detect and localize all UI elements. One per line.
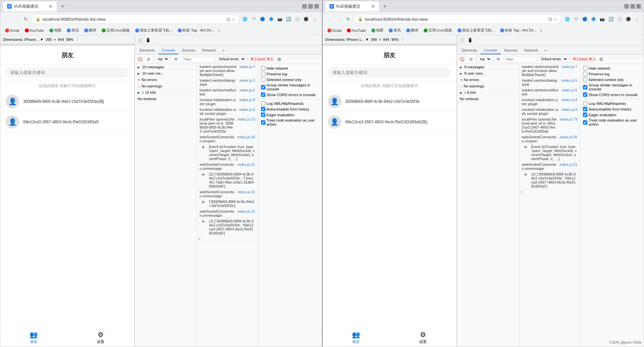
left-address-input[interactable]: 🔒 localhost:8080/#/friends-list-view ⊡ ☆ bbox=[31, 14, 240, 24]
left-dt-tab-sources[interactable]: Sources bbox=[178, 47, 199, 54]
left-reload-button[interactable]: ↻ bbox=[22, 15, 30, 23]
left-minimize-button[interactable]: — bbox=[302, 4, 307, 9]
right-cast-icon[interactable]: ⊡ bbox=[548, 17, 552, 22]
left-log-src-0[interactable]: index.js:7 bbox=[239, 65, 255, 69]
right-ext2-icon[interactable]: 🔵 bbox=[581, 15, 589, 23]
right-friend-item-0[interactable]: 👤 30088b69-880f-4c3b-94e2-c5d7e3e55f3e bbox=[323, 91, 457, 112]
left-log-src-2[interactable]: index.js:5 bbox=[239, 88, 255, 92]
left-dt-default-levels[interactable]: Default levels bbox=[216, 56, 246, 62]
left-opt-show-cors-check[interactable] bbox=[261, 92, 265, 97]
left-opt-log-xml-check[interactable] bbox=[261, 101, 265, 106]
right-log-src-0[interactable]: index.js:7 bbox=[562, 65, 577, 69]
left-nav-settings[interactable]: ⚙ 设置 bbox=[67, 328, 135, 347]
left-dt-device-btn[interactable]: 📱 bbox=[144, 37, 152, 44]
left-friend-item-1[interactable]: 👤 69e12ca3-2667-4803-9ecb-f5e0182d93a5 bbox=[0, 112, 134, 132]
left-dt-filter-input[interactable] bbox=[181, 56, 215, 62]
left-search-input[interactable] bbox=[6, 68, 129, 77]
right-log-expand-6[interactable]: ▶ bbox=[525, 145, 527, 149]
left-msg-item-1[interactable]: ▶ 10 user me... bbox=[135, 70, 197, 77]
left-menu-icon[interactable]: ⋮ bbox=[311, 15, 319, 23]
left-ext6-icon[interactable]: ⬜ bbox=[293, 15, 302, 23]
left-translate-icon[interactable]: 🌐 bbox=[241, 15, 249, 23]
left-dt-inspect-btn[interactable]: ⬜ bbox=[136, 37, 144, 44]
right-search-input[interactable] bbox=[328, 68, 451, 77]
right-msg-item-1[interactable]: ▶ 8 user mes... bbox=[457, 70, 519, 77]
right-bookmark-gmail[interactable]: Gmail bbox=[325, 28, 344, 33]
right-bookmark-maps[interactable]: 地图 bbox=[369, 27, 385, 33]
right-dt-tab-network[interactable]: Network bbox=[521, 47, 541, 54]
right-dimensions-more[interactable]: ⋮ bbox=[401, 37, 405, 42]
right-dt-default-levels[interactable]: Default levels bbox=[538, 56, 568, 62]
right-ext5-icon[interactable]: 🔄 bbox=[607, 15, 615, 23]
left-log-src-1[interactable]: index.js:5 bbox=[239, 78, 255, 82]
left-opt-group-similar[interactable]: Group similar messages in console bbox=[261, 83, 319, 91]
left-opt-eager-check[interactable] bbox=[261, 113, 265, 117]
right-nav-settings[interactable]: ⚙ 设置 bbox=[389, 328, 457, 347]
right-translate-icon[interactable]: 🌐 bbox=[563, 15, 571, 23]
left-ext2-icon[interactable]: 🔵 bbox=[259, 15, 267, 23]
right-log-arrow[interactable]: > bbox=[519, 189, 580, 195]
left-opt-selected-context[interactable]: Selected context only bbox=[261, 77, 319, 82]
left-log-src-6[interactable]: index.js:35 bbox=[237, 135, 255, 139]
right-dimensions-dropdown[interactable]: ▼ bbox=[365, 38, 369, 42]
right-opt-show-cors[interactable]: Show CORS errors in console bbox=[583, 92, 641, 97]
right-opt-group-similar[interactable]: Group similar messages in console bbox=[583, 83, 641, 91]
left-bookmark-maps[interactable]: 地图 bbox=[47, 27, 63, 33]
right-bookmark-youtube[interactable]: YouTube bbox=[345, 28, 368, 33]
right-dt-eye-btn[interactable]: 👁 bbox=[495, 56, 502, 63]
right-msg-item-0[interactable]: ▶ 8 messages bbox=[457, 64, 519, 70]
right-opt-hide-network[interactable]: Hide network bbox=[583, 66, 641, 70]
right-bookmark-friends[interactable]: 朋友之家客器飞机... bbox=[455, 27, 497, 33]
right-nav-friends[interactable]: 👥 朋友 bbox=[323, 328, 390, 347]
left-dt-clear-btn[interactable]: 🚫 bbox=[136, 56, 144, 63]
right-ext4-icon[interactable]: 📷 bbox=[598, 15, 606, 23]
left-opt-autocomplete-check[interactable] bbox=[261, 107, 265, 111]
left-bookmark-news[interactable]: 资讯 bbox=[65, 27, 81, 33]
left-dimensions-more[interactable]: ⋮ bbox=[75, 37, 79, 42]
right-dt-tab-sources[interactable]: Sources bbox=[501, 47, 521, 54]
right-opt-preserve-log[interactable]: Preserve log bbox=[583, 72, 641, 76]
left-profile-icon[interactable]: ⚫ bbox=[302, 15, 310, 23]
right-opt-eager-check[interactable] bbox=[583, 113, 587, 117]
left-log-src-3[interactable]: index.js:8 bbox=[239, 98, 255, 102]
right-friend-item-1[interactable]: 👤 69e12ca3-2667-4803-9ecb-f5e0182d93a5(我… bbox=[323, 112, 457, 132]
left-dt-tab-network[interactable]: Network bbox=[199, 47, 219, 54]
right-back-button[interactable]: ← bbox=[325, 15, 333, 23]
right-opt-group-similar-check[interactable] bbox=[583, 85, 587, 89]
right-dt-settings-btn[interactable]: ⚙ bbox=[598, 56, 605, 63]
left-opt-show-cors[interactable]: Show CORS errors in console bbox=[261, 92, 319, 97]
right-dt-inspect-btn[interactable]: ⬜ bbox=[459, 37, 466, 44]
right-log-src-1[interactable]: index.js:5 bbox=[562, 78, 577, 82]
left-bookmark-youtube[interactable]: YouTube bbox=[23, 28, 46, 33]
left-opt-treat-user[interactable]: Treat code evaluation as user action bbox=[261, 118, 319, 126]
right-log-expand-7[interactable]: ▶ bbox=[525, 172, 527, 177]
right-opt-log-xml[interactable]: Log XMLHttpRequests bbox=[583, 101, 641, 106]
left-cast-icon[interactable]: ⊡ bbox=[226, 17, 230, 22]
left-bookmark-friends[interactable]: 朋友之家客器飞机... bbox=[133, 27, 174, 33]
right-opt-show-cors-check[interactable] bbox=[583, 92, 587, 97]
left-dt-level-select[interactable]: top bbox=[155, 56, 169, 62]
right-close-button[interactable]: ✕ bbox=[636, 4, 641, 9]
left-log-src-4[interactable]: index.js:9 bbox=[239, 108, 255, 112]
right-opt-selected-context[interactable]: Selected context only bbox=[583, 77, 641, 82]
left-opt-preserve-log[interactable]: Preserve log bbox=[261, 72, 319, 76]
left-opt-selected-context-check[interactable] bbox=[261, 77, 265, 82]
right-msg-item-5[interactable]: No verbose bbox=[457, 96, 519, 102]
left-opt-treat-user-check[interactable] bbox=[261, 120, 265, 125]
right-opt-autocomplete-check[interactable] bbox=[583, 107, 587, 111]
right-opt-eager[interactable]: Eager evaluation bbox=[583, 113, 641, 117]
right-dt-tab-console[interactable]: Console bbox=[480, 47, 500, 54]
right-ext1-icon[interactable]: 🛡 bbox=[572, 15, 580, 23]
left-opt-log-xml[interactable]: Log XMLHttpRequests bbox=[261, 101, 319, 106]
right-address-input[interactable]: 🔒 localhost:8080/#/friends-list-view ⊡ ☆ bbox=[354, 14, 562, 24]
right-opt-treat-user[interactable]: Treat code evaluation as user action bbox=[583, 118, 641, 126]
right-dt-filter-btn[interactable]: ⊘ bbox=[467, 56, 475, 63]
left-tab-close[interactable]: ✕ bbox=[49, 4, 53, 9]
right-reload-button[interactable]: ↻ bbox=[344, 15, 352, 23]
left-msg-item-4[interactable]: ▶ ℹ 10 info bbox=[135, 89, 197, 96]
left-dimensions-dropdown[interactable]: ▼ bbox=[40, 38, 44, 42]
left-log-arrow[interactable]: > bbox=[197, 236, 258, 242]
right-dt-tab-elements[interactable]: Elements bbox=[459, 47, 481, 54]
left-dt-settings-btn[interactable]: ⚙ bbox=[276, 56, 282, 63]
right-dt-level-select[interactable]: top bbox=[478, 56, 492, 62]
